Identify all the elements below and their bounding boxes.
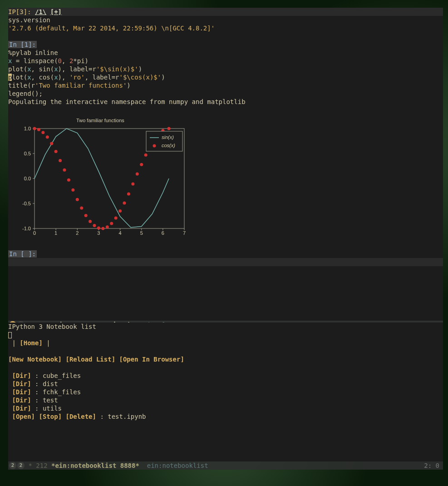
svg-point-41: [89, 220, 92, 223]
svg-point-49: [123, 201, 126, 204]
svg-point-28: [33, 127, 36, 130]
svg-point-40: [84, 214, 88, 217]
svg-text:0.5: 0.5: [24, 151, 31, 156]
home-bar: | [Home] |: [8, 339, 443, 347]
list-item: [Dir] : dist: [8, 380, 443, 388]
svg-text:cos(x): cos(x): [162, 143, 175, 148]
cell-prompt: In [1]:: [8, 40, 443, 49]
output-line: '2.7.6 (default, Mar 22 2014, 22:59:56) …: [8, 24, 443, 32]
code-line[interactable]: title(r'Two familiar functions'): [8, 81, 443, 89]
list-item: [Dir] : test: [8, 396, 443, 404]
dir-link[interactable]: [Dir]: [12, 388, 31, 396]
svg-point-29: [37, 128, 40, 131]
modeline-bottom: 22 * 212 *ein:notebooklist 8888* ein:not…: [8, 461, 443, 470]
svg-point-39: [80, 206, 83, 209]
svg-point-36: [67, 179, 70, 182]
svg-point-48: [118, 209, 122, 213]
dir-link[interactable]: [Dir]: [12, 397, 31, 404]
kernel-link[interactable]: /1\: [35, 8, 46, 15]
chart-output: Two familiar functions01234567-1.0-0.50.…: [8, 114, 443, 242]
svg-text:-0.5: -0.5: [22, 201, 31, 206]
cell-prompt: In [ ]:: [8, 250, 443, 258]
svg-point-47: [114, 216, 118, 219]
new-notebook-button[interactable]: [New Notebook]: [8, 356, 62, 363]
svg-text:4: 4: [119, 230, 122, 236]
cursor-line: [8, 331, 443, 339]
svg-text:1: 1: [54, 230, 57, 236]
svg-point-32: [50, 142, 53, 145]
svg-point-59: [167, 127, 171, 130]
list-item: [Open] [Stop] [Delete] : test.ipynb: [8, 412, 443, 421]
svg-text:7: 7: [183, 230, 186, 236]
code-line[interactable]: %pylab inline: [8, 49, 443, 57]
empty-cell-body[interactable]: [8, 258, 443, 266]
nblist-actions: [New Notebook] [Reload List] [Open In Br…: [8, 355, 443, 363]
reload-list-button[interactable]: [Reload List]: [65, 356, 115, 363]
svg-text:sin(x): sin(x): [162, 134, 174, 140]
svg-point-30: [41, 131, 44, 134]
code-line[interactable]: legend();: [8, 89, 443, 98]
buffer-name: *ein:notebooklist 8888*: [51, 462, 139, 469]
code-line[interactable]: x = linspace(0, 2*pi): [8, 57, 443, 65]
svg-point-63: [153, 144, 156, 148]
svg-point-46: [110, 222, 113, 225]
svg-point-52: [136, 173, 139, 176]
header-line: IP[3]: /1\ [+]: [8, 8, 443, 16]
svg-point-33: [54, 150, 58, 153]
svg-text:0.0: 0.0: [24, 176, 31, 181]
svg-text:3: 3: [97, 230, 100, 236]
svg-point-31: [46, 135, 49, 139]
output-line: sys.version: [8, 16, 443, 24]
workspace-badge: 2: [17, 462, 25, 469]
dir-link[interactable]: [Dir]: [12, 372, 31, 379]
box-cursor-icon: [8, 332, 12, 338]
svg-text:Two familiar functions: Two familiar functions: [76, 118, 124, 123]
dir-link[interactable]: [Dir]: [12, 405, 31, 412]
svg-text:6: 6: [162, 230, 164, 236]
svg-point-45: [106, 225, 109, 228]
svg-point-44: [101, 227, 104, 230]
svg-point-54: [144, 154, 148, 157]
notebooklist-title: IPython 3 Notebook list: [8, 322, 443, 331]
svg-text:2: 2: [76, 230, 79, 236]
svg-text:-1.0: -1.0: [22, 226, 31, 231]
open-button[interactable]: [Open]: [12, 413, 35, 420]
svg-point-35: [63, 169, 66, 172]
output-line: Populating the interactive namespace fro…: [8, 98, 443, 106]
svg-point-38: [76, 198, 79, 201]
stop-button[interactable]: [Stop]: [39, 413, 62, 420]
open-in-browser-button[interactable]: [Open In Browser]: [119, 356, 184, 363]
svg-point-34: [59, 159, 62, 162]
svg-point-50: [127, 193, 130, 196]
list-item: [Dir] : fchk_files: [8, 388, 443, 396]
home-link[interactable]: [Home]: [20, 339, 43, 347]
svg-point-42: [93, 224, 96, 227]
svg-text:0: 0: [33, 230, 36, 236]
list-item: [Dir] : utils: [8, 404, 443, 412]
svg-point-51: [131, 183, 134, 186]
svg-text:1.0: 1.0: [24, 126, 31, 131]
dir-link[interactable]: [Dir]: [12, 380, 31, 387]
add-cell-link[interactable]: [+]: [50, 8, 62, 15]
workspace-badge: 2: [9, 462, 16, 469]
svg-text:5: 5: [140, 230, 143, 236]
code-line[interactable]: plot(x, sin(x), label=r'$\sin(x)$'): [8, 65, 443, 73]
list-item: [Dir] : cube_files: [8, 372, 443, 380]
svg-point-53: [140, 163, 143, 166]
svg-point-37: [71, 188, 74, 192]
code-line[interactable]: plot(x, cos(x), 'ro', label=r'$\cos(x)$'…: [8, 73, 443, 81]
delete-button[interactable]: [Delete]: [66, 413, 96, 420]
major-mode: ein:notebooklist: [139, 462, 208, 469]
svg-point-43: [97, 226, 100, 229]
